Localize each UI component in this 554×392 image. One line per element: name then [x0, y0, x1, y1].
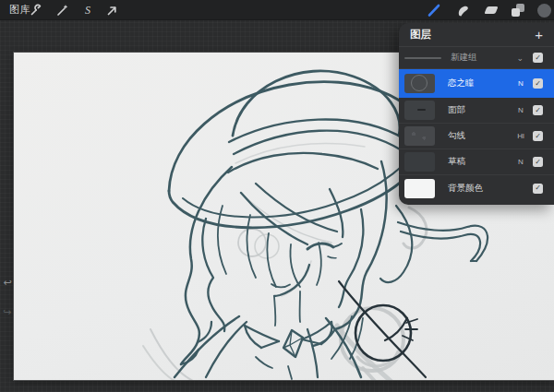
blend-mode-badge[interactable]: Hl [514, 132, 527, 140]
layer-row-lineart[interactable]: 勾线 Hl ✓ [399, 124, 554, 149]
color-swatch-button[interactable] [534, 0, 554, 20]
selection-tool-icon[interactable]: S [78, 0, 98, 20]
selection-s-glyph: S [85, 4, 90, 18]
brush-tool-icon[interactable] [424, 0, 444, 20]
layer-visibility-checkbox[interactable]: ✓ [533, 105, 543, 115]
layer-name: 面部 [448, 104, 514, 116]
group-name: 新建组 [451, 52, 516, 64]
layer-visibility-checkbox[interactable]: ✓ [533, 78, 543, 89]
layer-visibility-checkbox[interactable]: ✓ [533, 184, 543, 194]
layer-thumbnail [404, 152, 435, 172]
thumbnail-dash [417, 109, 426, 111]
smudge-finger-icon [456, 4, 470, 18]
wrench-icon [30, 4, 42, 17]
add-layer-button[interactable]: + [535, 28, 543, 42]
group-line-icon [404, 57, 441, 59]
layers-panel-button[interactable] [508, 0, 528, 20]
layer-visibility-checkbox[interactable]: ✓ [533, 157, 543, 167]
layer-thumbnail [404, 101, 435, 120]
chevron-down-icon[interactable]: ⌄ [516, 53, 524, 63]
magic-wand-icon [55, 4, 68, 17]
layers-panel-title: 图层 [410, 28, 431, 42]
color-circle-icon [537, 4, 551, 18]
layer-thumbnail [404, 126, 435, 146]
transform-tool-icon[interactable] [102, 0, 122, 20]
layers-panel-header: 图层 + [399, 23, 554, 47]
layer-thumbnail [404, 74, 435, 93]
adjustments-wand-icon[interactable] [52, 0, 72, 20]
layers-icon [512, 4, 524, 17]
top-toolbar: 图库 S [0, 0, 554, 20]
blend-mode-badge[interactable]: N [514, 106, 527, 114]
blend-mode-badge[interactable]: N [514, 79, 527, 88]
layer-name: 恋之瞳 [448, 77, 514, 89]
layer-thumbnail [404, 179, 435, 198]
group-visibility-checkbox[interactable]: ✓ [533, 53, 543, 63]
layer-name: 草稿 [448, 156, 514, 168]
blend-mode-badge[interactable]: N [514, 158, 527, 166]
layer-row-face[interactable]: 面部 N ✓ [399, 98, 554, 124]
actions-wrench-icon[interactable] [26, 0, 46, 20]
transform-arrow-icon [105, 4, 118, 17]
eraser-tool-icon[interactable] [481, 0, 501, 20]
layer-row-background-color[interactable]: 背景颜色 ✓ [399, 175, 554, 201]
thumbnail-eye-sketch [411, 75, 428, 91]
layer-row-draft[interactable]: 草稿 N ✓ [399, 149, 554, 175]
undo-button[interactable]: ↩ [1, 277, 14, 289]
layers-panel: 图层 + 新建组 ⌄ ✓ 恋之瞳 N ✓ 面部 N ✓ 勾线 [399, 23, 554, 205]
eraser-icon [484, 6, 498, 14]
layer-visibility-checkbox[interactable]: ✓ [533, 131, 543, 141]
smudge-tool-icon[interactable] [452, 0, 473, 20]
layer-name: 勾线 [448, 130, 514, 142]
layer-row-koishi-eye[interactable]: 恋之瞳 N ✓ [399, 69, 554, 98]
redo-button[interactable]: ↩ [1, 306, 14, 318]
layer-group-row[interactable]: 新建组 ⌄ ✓ [399, 47, 554, 69]
paint-brush-icon [427, 3, 441, 18]
layer-name: 背景颜色 [448, 183, 514, 195]
procreate-workspace: 图库 S [0, 0, 554, 392]
